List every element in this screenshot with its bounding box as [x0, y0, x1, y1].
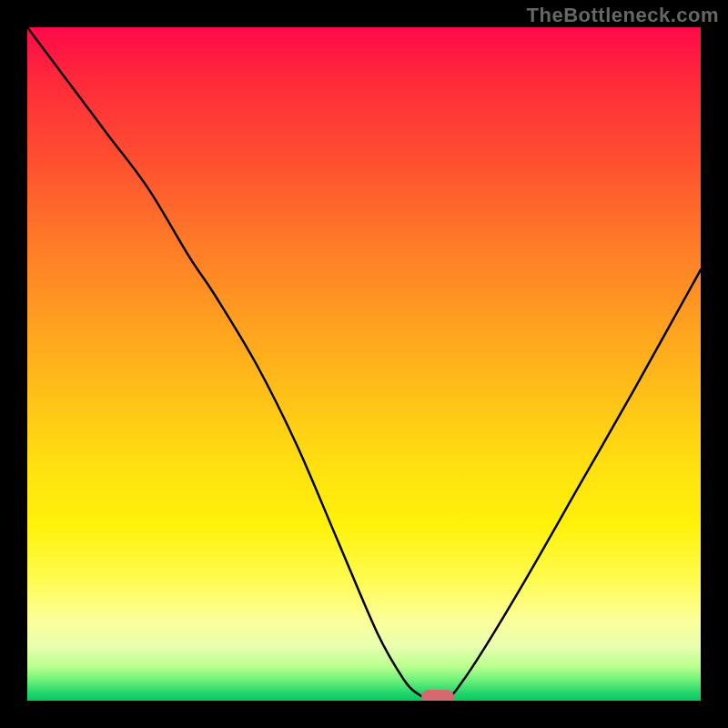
chart-frame: TheBottleneck.com: [0, 0, 728, 728]
bottleneck-curve: [27, 27, 701, 701]
minimum-marker: [421, 690, 454, 701]
plot-area: [27, 27, 701, 701]
watermark-text: TheBottleneck.com: [527, 4, 719, 27]
